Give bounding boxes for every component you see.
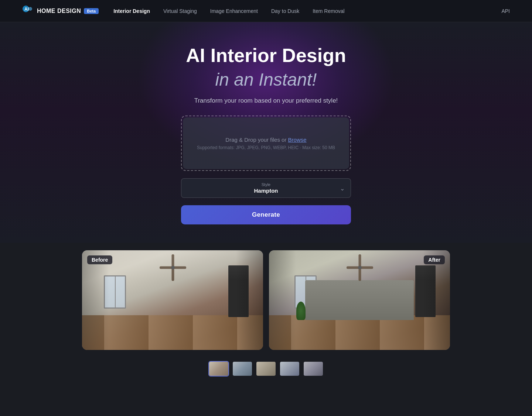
upload-formats-text: Supported formats: JPG, JPEG, PNG, WEBP,… bbox=[197, 145, 335, 150]
generate-button[interactable]: Generate bbox=[181, 205, 351, 224]
main-nav: Interior Design Virtual Staging Image En… bbox=[113, 8, 501, 14]
style-value: Hampton bbox=[187, 188, 345, 194]
fan-blade-after-1 bbox=[360, 267, 373, 269]
thumbnail-0[interactable] bbox=[208, 361, 229, 377]
hero-subtitle: Transform your room based on your prefer… bbox=[7, 97, 525, 104]
thumbnail-img-0 bbox=[209, 362, 228, 376]
nav-item-day-to-dusk[interactable]: Day to Dusk bbox=[271, 8, 299, 14]
nav-item-virtual-staging[interactable]: Virtual Staging bbox=[163, 8, 197, 14]
before-room-visual bbox=[82, 250, 263, 350]
logo-area: AI HOME DESIGN Beta bbox=[22, 5, 99, 17]
thumbnail-4[interactable] bbox=[303, 361, 324, 377]
after-label: After bbox=[424, 255, 445, 264]
dark-door-after bbox=[415, 265, 436, 317]
style-select-wrapper: Style Hampton ⌄ bbox=[181, 178, 351, 198]
ceiling-fan-after bbox=[345, 262, 375, 273]
ceiling-fan-before bbox=[158, 262, 188, 273]
upload-drag-text: Drag & Drop your files or Browse bbox=[225, 137, 306, 143]
wood-floor-before bbox=[82, 315, 263, 350]
nav-api[interactable]: API bbox=[501, 8, 510, 14]
generate-btn-wrapper: Generate bbox=[181, 205, 351, 224]
chevron-down-icon: ⌄ bbox=[340, 185, 345, 192]
svg-point-2 bbox=[28, 7, 32, 11]
fan-blade-after-3 bbox=[347, 267, 360, 269]
window-decor-before bbox=[104, 275, 126, 309]
style-dropdown[interactable]: Style Hampton ⌄ bbox=[181, 178, 351, 198]
fan-blade-4 bbox=[171, 254, 174, 268]
upload-inner: Drag & Drop your files or Browse Support… bbox=[183, 117, 349, 169]
fan-blade-after-4 bbox=[358, 254, 361, 268]
hero-section: AI Interior Design in an Instant! Transf… bbox=[0, 22, 532, 243]
beta-badge: Beta bbox=[84, 8, 99, 14]
thumbnail-img-2 bbox=[256, 362, 276, 376]
after-image: After bbox=[269, 250, 450, 350]
logo-icon: AI bbox=[22, 5, 34, 17]
fan-center-after bbox=[358, 266, 362, 269]
style-label: Style bbox=[187, 182, 345, 187]
comparison-section: Before After bbox=[0, 243, 532, 361]
logo-text: HOME DESIGN bbox=[37, 8, 81, 14]
fan-center bbox=[171, 266, 175, 269]
thumbnail-1[interactable] bbox=[232, 361, 253, 377]
thumbnail-img-1 bbox=[233, 362, 252, 376]
thumbnail-3[interactable] bbox=[279, 361, 300, 377]
wood-floor-after bbox=[269, 315, 450, 350]
fan-blade-3 bbox=[160, 267, 173, 269]
svg-text:AI: AI bbox=[24, 7, 29, 12]
nav-item-image-enhancement[interactable]: Image Enhancement bbox=[210, 8, 258, 14]
thumbnail-strip bbox=[0, 361, 532, 391]
fan-blade-after-2 bbox=[358, 268, 361, 281]
hero-title-bold: AI Interior Design bbox=[7, 44, 525, 66]
dark-door-before bbox=[228, 265, 249, 317]
fan-blade-2 bbox=[171, 268, 174, 281]
window-decor-after bbox=[294, 275, 317, 309]
hero-title-italic: in an Instant! bbox=[7, 69, 525, 90]
header: AI HOME DESIGN Beta Interior Design Virt… bbox=[0, 0, 532, 22]
upload-container: Drag & Drop your files or Browse Support… bbox=[181, 116, 351, 171]
thumbnail-img-4 bbox=[304, 362, 323, 376]
before-label: Before bbox=[87, 255, 112, 264]
upload-drag-label: Drag & Drop your files or bbox=[225, 137, 288, 143]
bed-decor-after bbox=[305, 280, 414, 320]
after-room-visual bbox=[269, 250, 450, 350]
before-image: Before bbox=[82, 250, 263, 350]
upload-browse-link[interactable]: Browse bbox=[288, 137, 307, 143]
thumbnail-img-3 bbox=[280, 362, 299, 376]
nav-item-interior-design[interactable]: Interior Design bbox=[113, 8, 150, 14]
nav-item-item-removal[interactable]: Item Removal bbox=[313, 8, 344, 14]
upload-dropzone[interactable]: Drag & Drop your files or Browse Support… bbox=[181, 116, 351, 171]
plant-decor-after bbox=[296, 302, 306, 320]
fan-blade-1 bbox=[173, 267, 186, 269]
thumbnail-2[interactable] bbox=[256, 361, 276, 377]
